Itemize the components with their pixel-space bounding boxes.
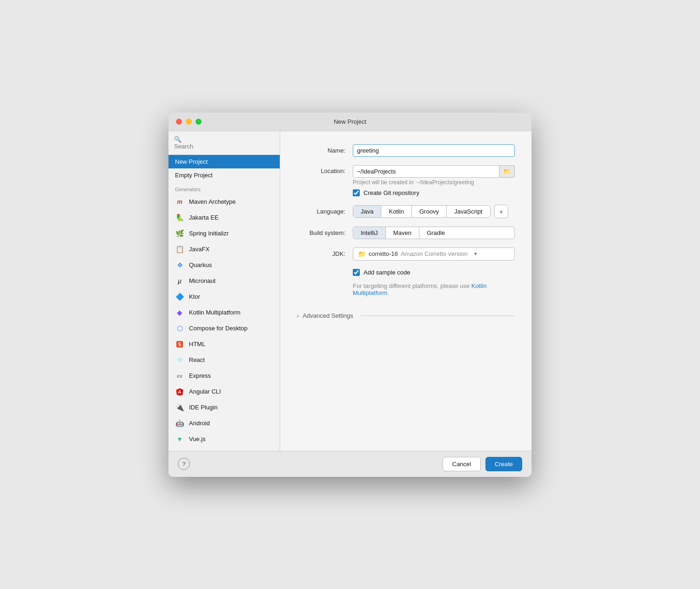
sample-code-checkbox[interactable] [353, 269, 360, 276]
sidebar-item-express[interactable]: ex Express [168, 368, 280, 384]
new-project-dialog: New Project 🔍 New Project Empty Project … [168, 113, 532, 477]
sidebar-item-label: Ktor [189, 293, 200, 300]
build-system-row: Build system: IntelliJ Maven Gradle [297, 227, 515, 239]
help-button[interactable]: ? [178, 458, 190, 470]
sidebar-item-react[interactable]: ⚛ React [168, 352, 280, 368]
search-bar[interactable]: 🔍 [168, 131, 280, 155]
angular-icon [175, 387, 184, 396]
sidebar-item-label: Kotlin Multiplatform [189, 309, 241, 316]
browse-button[interactable]: 📁 [499, 165, 515, 178]
sidebar-item-ktor[interactable]: 🔷 Ktor [168, 289, 280, 305]
react-icon: ⚛ [175, 355, 184, 365]
javafx-icon: 📋 [175, 245, 184, 254]
jdk-control: 📁 corretto-16 Amazon Corretto version ▾ [353, 248, 515, 261]
sidebar-item-spring-initializr[interactable]: 🌿 Spring Initializr [168, 226, 280, 241]
jdk-name: corretto-16 [369, 250, 398, 257]
vue-icon: ▼ [175, 435, 184, 444]
sidebar-item-label: Android [189, 420, 210, 427]
close-button[interactable] [176, 119, 182, 125]
ktor-icon: 🔷 [175, 292, 184, 301]
sidebar-item-quarkus[interactable]: ❖ Quarkus [168, 257, 280, 273]
multiplatform-hint-suffix: . [387, 289, 389, 296]
sidebar-item-compose-desktop[interactable]: ⬡ Compose for Desktop [168, 321, 280, 336]
sidebar-item-label: React [189, 356, 205, 363]
location-row: Location: 📁 Project will be created in: … [297, 165, 515, 196]
language-label: Language: [297, 208, 353, 215]
build-segment-group: IntelliJ Maven Gradle [353, 227, 515, 239]
sidebar-item-label: Compose for Desktop [189, 325, 248, 332]
sidebar-item-ide-plugin[interactable]: 🔌 IDE Plugin [168, 400, 280, 415]
sidebar-item-micronaut[interactable]: μ Micronaut [168, 273, 280, 289]
language-java-btn[interactable]: Java [353, 206, 381, 217]
location-wrap: 📁 [353, 165, 515, 178]
sidebar: 🔍 New Project Empty Project Generators m… [168, 131, 280, 451]
search-icon: 🔍 [174, 136, 182, 143]
maximize-button[interactable] [195, 119, 202, 125]
jdk-dropdown[interactable]: 📁 corretto-16 Amazon Corretto version ▾ [353, 248, 515, 261]
sample-code-row: Add sample code [353, 269, 515, 276]
dialog-title: New Project [334, 118, 366, 125]
language-control: Java Kotlin Groovy JavaScript + [353, 205, 515, 218]
sidebar-item-label: Empty Project [175, 172, 213, 179]
dialog-body: 🔍 New Project Empty Project Generators m… [168, 131, 532, 451]
sidebar-item-label: Angular CLI [189, 388, 221, 395]
sidebar-item-javafx[interactable]: 📋 JavaFX [168, 241, 280, 257]
bottom-bar: ? Cancel Create [168, 451, 532, 477]
sidebar-item-empty-project[interactable]: Empty Project [168, 168, 280, 182]
sidebar-item-kotlin-multiplatform[interactable]: ◆ Kotlin Multiplatform [168, 305, 280, 321]
minimize-button[interactable] [186, 119, 192, 125]
jdk-folder-icon: 📁 [358, 250, 366, 258]
sidebar-item-android[interactable]: 🤖 Android [168, 415, 280, 431]
location-control: 📁 Project will be created in: ~/IdeaProj… [353, 165, 515, 196]
sidebar-item-angular-cli[interactable]: Angular CLI [168, 384, 280, 400]
sample-code-label: Add sample code [363, 269, 410, 276]
advanced-arrow-icon: › [297, 312, 299, 319]
android-icon: 🤖 [175, 419, 184, 428]
sidebar-item-html[interactable]: 5 HTML [168, 336, 280, 352]
sidebar-item-label: Micronaut [189, 277, 215, 284]
title-bar: New Project [168, 113, 532, 131]
jdk-row: JDK: 📁 corretto-16 Amazon Corretto versi… [297, 248, 515, 261]
sidebar-item-label: IDE Plugin [189, 404, 217, 411]
sidebar-item-label: New Project [175, 158, 208, 165]
language-javascript-btn[interactable]: JavaScript [447, 206, 490, 217]
git-repo-row: Create Git repository [353, 189, 515, 196]
build-gradle-btn[interactable]: Gradle [419, 227, 452, 239]
sidebar-item-jakarta-ee[interactable]: 🦜 Jakarta EE [168, 210, 280, 226]
quarkus-icon: ❖ [175, 261, 184, 270]
name-input[interactable] [353, 144, 515, 157]
window-controls [176, 119, 202, 125]
ide-plugin-icon: 🔌 [175, 403, 184, 412]
build-system-control: IntelliJ Maven Gradle [353, 227, 515, 239]
cancel-button[interactable]: Cancel [443, 457, 481, 471]
language-options: Java Kotlin Groovy JavaScript + [353, 205, 515, 218]
advanced-settings-label: Advanced Settings [303, 312, 353, 319]
build-maven-btn[interactable]: Maven [386, 227, 419, 239]
language-row: Language: Java Kotlin Groovy JavaScript … [297, 205, 515, 218]
git-repository-checkbox[interactable] [353, 189, 360, 196]
sidebar-item-maven-archetype[interactable]: m Maven Archetype [168, 194, 280, 210]
create-button[interactable]: Create [485, 457, 522, 471]
language-add-button[interactable]: + [494, 205, 509, 218]
name-control [353, 144, 515, 157]
search-input[interactable] [174, 143, 274, 150]
git-repository-label: Create Git repository [363, 189, 419, 196]
maven-icon: m [175, 197, 184, 207]
build-intellij-btn[interactable]: IntelliJ [353, 227, 386, 239]
build-system-label: Build system: [297, 229, 353, 236]
sidebar-item-label: Jakarta EE [189, 214, 219, 221]
location-input[interactable] [353, 165, 499, 178]
sidebar-item-label: JavaFX [189, 246, 209, 253]
sidebar-item-label: HTML [189, 341, 205, 348]
language-kotlin-btn[interactable]: Kotlin [381, 206, 412, 217]
main-content: Name: Location: 📁 Project will be create… [280, 131, 532, 451]
sidebar-item-new-project[interactable]: New Project [168, 155, 280, 168]
advanced-settings-toggle[interactable]: › Advanced Settings [297, 308, 515, 319]
language-segment-group: Java Kotlin Groovy JavaScript [353, 205, 491, 218]
sidebar-item-vue-js[interactable]: ▼ Vue.js [168, 431, 280, 447]
jdk-dropdown-arrow: ▾ [474, 251, 477, 257]
multiplatform-hint: For targeting different platforms, pleas… [353, 282, 515, 296]
generators-label: Generators [168, 182, 280, 194]
spring-icon: 🌿 [175, 229, 184, 238]
language-groovy-btn[interactable]: Groovy [412, 206, 447, 217]
